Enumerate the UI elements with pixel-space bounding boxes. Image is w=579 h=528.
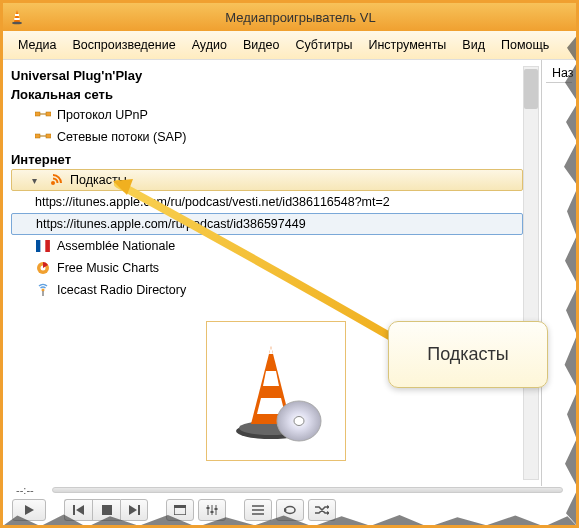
podcast-icon	[48, 172, 64, 188]
elapsed-time: --:--	[16, 484, 44, 496]
sidebar-item-assemblee[interactable]: Assemblée Nationale	[11, 235, 541, 257]
album-art-placeholder	[206, 321, 346, 461]
play-icon	[23, 504, 35, 516]
next-icon	[128, 505, 140, 515]
menu-media[interactable]: Медиа	[11, 35, 63, 55]
svg-marker-21	[269, 346, 273, 354]
flag-icon	[35, 238, 51, 254]
svg-marker-28	[76, 505, 84, 515]
podcast-url-row[interactable]: https://itunes.apple.com/ru/podcast/vest…	[11, 191, 541, 213]
svg-rect-11	[36, 240, 41, 252]
podcast-url-label: https://itunes.apple.com/ru/podcast/id38…	[36, 217, 306, 231]
svg-rect-29	[102, 505, 112, 515]
main-window: Медиапроигрыватель VL Медиа Воспроизведе…	[0, 0, 579, 528]
svg-point-10	[51, 181, 55, 185]
section-internet: Интернет	[11, 152, 541, 167]
shuffle-icon	[315, 505, 329, 515]
menu-tools[interactable]: Инструменты	[361, 35, 453, 55]
seek-slider[interactable]	[52, 487, 563, 493]
sidebar-item-label: Сетевые потоки (SAP)	[57, 130, 186, 144]
svg-rect-27	[73, 505, 75, 515]
playlist-button[interactable]	[244, 499, 272, 521]
titlebar[interactable]: Медиапроигрыватель VL	[3, 3, 576, 31]
equalizer-icon	[206, 504, 218, 516]
callout-label: Подкасты	[427, 344, 509, 364]
svg-marker-26	[25, 505, 34, 515]
sidebar: Universal Plug'n'Play Локальная сеть Про…	[3, 60, 541, 486]
menu-playback[interactable]: Воспроизведение	[65, 35, 182, 55]
sidebar-item-label: Подкасты	[70, 173, 127, 187]
podcast-url-row-selected[interactable]: https://itunes.apple.com/ru/podcast/id38…	[11, 213, 523, 235]
svg-rect-12	[41, 240, 46, 252]
previous-icon	[73, 505, 85, 515]
svg-rect-13	[45, 240, 50, 252]
window-title: Медиапроигрыватель VL	[31, 10, 570, 25]
stop-button[interactable]	[92, 499, 120, 521]
content-body: Universal Plug'n'Play Локальная сеть Про…	[3, 60, 576, 486]
app-icon	[9, 9, 25, 25]
sidebar-item-label: Free Music Charts	[57, 261, 159, 275]
sidebar-header: Universal Plug'n'Play	[11, 68, 541, 83]
music-chart-icon	[35, 260, 51, 276]
svg-marker-44	[327, 505, 329, 509]
svg-marker-30	[129, 505, 137, 515]
section-local-network: Локальная сеть	[11, 87, 541, 102]
menu-audio[interactable]: Аудио	[185, 35, 234, 55]
podcast-url-label: https://itunes.apple.com/ru/podcast/vest…	[35, 195, 390, 209]
svg-rect-38	[211, 511, 214, 513]
annotation-callout: Подкасты	[388, 321, 548, 388]
menubar: Медиа Воспроизведение Аудио Видео Субтит…	[3, 31, 576, 60]
network-icon	[35, 129, 51, 145]
sidebar-item-freemusic[interactable]: Free Music Charts	[11, 257, 541, 279]
expander-icon[interactable]: ▾	[32, 175, 42, 186]
sidebar-scrollbar[interactable]	[523, 66, 539, 480]
svg-rect-33	[174, 505, 186, 508]
menu-view[interactable]: Вид	[455, 35, 492, 55]
radio-icon	[35, 282, 51, 298]
stop-icon	[102, 505, 112, 515]
svg-point-3	[12, 22, 22, 25]
menu-subtitles[interactable]: Субтитры	[288, 35, 359, 55]
svg-rect-7	[35, 134, 40, 138]
svg-point-25	[294, 417, 304, 426]
loop-icon	[283, 505, 297, 515]
svg-marker-45	[327, 511, 329, 515]
fullscreen-icon	[174, 505, 186, 515]
playlist-icon	[252, 505, 264, 515]
svg-rect-1	[15, 14, 19, 16]
svg-rect-5	[46, 112, 51, 116]
vlc-cone-icon	[221, 336, 331, 446]
svg-rect-4	[35, 112, 40, 116]
seek-row: --:--	[6, 482, 573, 498]
network-icon	[35, 107, 51, 123]
menu-video[interactable]: Видео	[236, 35, 287, 55]
next-button[interactable]	[120, 499, 148, 521]
sidebar-item-label: Icecast Radio Directory	[57, 283, 186, 297]
menu-help[interactable]: Помощь	[494, 35, 556, 55]
sidebar-item-label: Assemblée Nationale	[57, 239, 175, 253]
shuffle-button[interactable]	[308, 499, 336, 521]
extended-settings-button[interactable]	[198, 499, 226, 521]
sidebar-item-sap[interactable]: Сетевые потоки (SAP)	[11, 126, 541, 148]
playback-controls: --:--	[6, 482, 573, 522]
svg-rect-39	[215, 508, 218, 510]
svg-rect-8	[46, 134, 51, 138]
sidebar-item-upnp[interactable]: Протокол UPnP	[11, 104, 541, 126]
scrollbar-thumb[interactable]	[524, 69, 538, 109]
sidebar-item-podcasts[interactable]: ▾ Подкасты	[11, 169, 523, 191]
sidebar-item-icecast[interactable]: Icecast Radio Directory	[11, 279, 541, 301]
svg-rect-31	[138, 505, 140, 515]
svg-rect-37	[207, 507, 210, 509]
sidebar-item-label: Протокол UPnP	[57, 108, 148, 122]
svg-rect-2	[14, 18, 19, 20]
